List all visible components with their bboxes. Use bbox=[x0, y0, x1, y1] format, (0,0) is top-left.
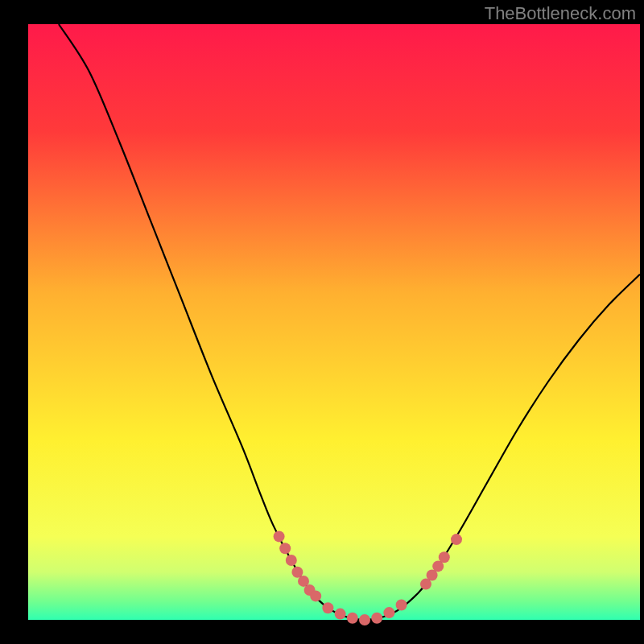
curve-marker bbox=[335, 609, 346, 620]
curve-marker bbox=[396, 600, 407, 611]
curve-marker bbox=[451, 534, 462, 545]
curve-marker bbox=[371, 613, 382, 624]
bottleneck-chart bbox=[0, 0, 644, 644]
chart-container: TheBottleneck.com bbox=[0, 0, 644, 644]
curve-marker bbox=[286, 555, 297, 566]
curve-marker bbox=[322, 602, 333, 613]
curve-marker bbox=[359, 614, 370, 625]
curve-marker bbox=[347, 613, 358, 624]
curve-marker bbox=[310, 590, 321, 601]
watermark-text: TheBottleneck.com bbox=[485, 3, 636, 24]
curve-marker bbox=[274, 530, 285, 542]
curve-marker bbox=[439, 551, 450, 563]
curve-marker bbox=[383, 607, 394, 618]
plot-background bbox=[28, 24, 640, 620]
curve-marker bbox=[279, 543, 291, 554]
